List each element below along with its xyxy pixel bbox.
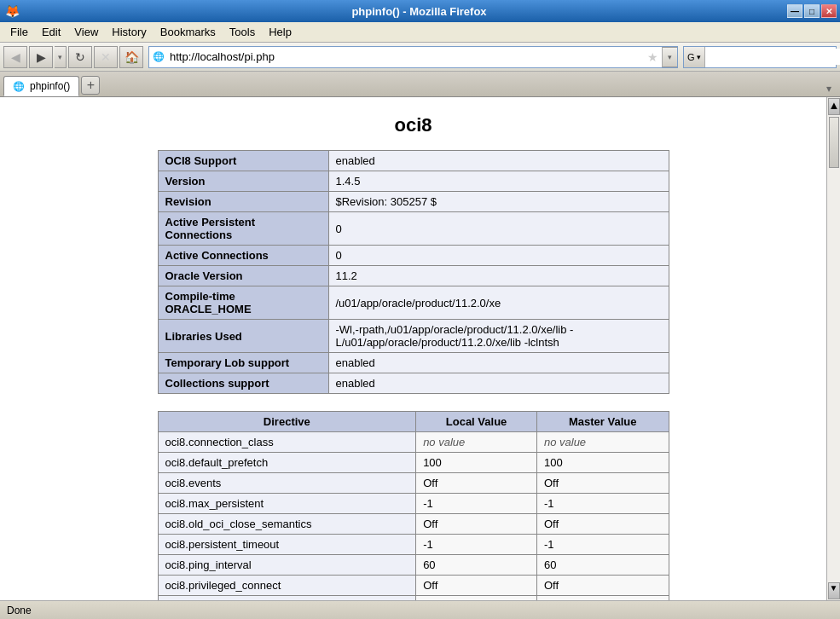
forward-button[interactable]: ▶ — [29, 46, 53, 68]
tab-bar: 🌐 phpinfo() + ▾ — [0, 72, 840, 97]
local-value-cell: Off — [416, 473, 537, 494]
menu-edit[interactable]: Edit — [35, 24, 67, 40]
local-value-cell: 100 — [416, 453, 537, 473]
directive-name-cell: oci8.ping_interval — [158, 555, 416, 576]
status-bar: Done — [0, 600, 840, 619]
local-value-cell: no value — [416, 432, 537, 453]
menu-bookmarks[interactable]: Bookmarks — [154, 24, 223, 40]
master-value-cell: Off — [536, 514, 669, 535]
directive-name-cell: oci8.old_oci_close_semantics — [158, 514, 416, 535]
master-value-cell: -1 — [536, 494, 669, 514]
master-value-cell: -1 — [536, 535, 669, 555]
directive-name-cell: oci8.privileged_connect — [158, 576, 416, 596]
scroll-thumb[interactable] — [829, 117, 839, 168]
bookmark-star-icon[interactable]: ★ — [644, 50, 662, 64]
info-value-cell: enabled — [328, 353, 669, 373]
scrollbar[interactable]: ▲ ▼ — [826, 97, 840, 600]
table-row: oci8.default_prefetch100100 — [158, 453, 669, 473]
master-value-cell: Off — [536, 473, 669, 494]
master-value-col-header: Master Value — [536, 412, 669, 432]
search-engine-arrow-icon: ▾ — [697, 53, 701, 61]
menu-bar: File Edit View History Bookmarks Tools H… — [0, 22, 840, 43]
minimize-button[interactable]: — — [787, 4, 802, 18]
info-value-cell: $Revision: 305257 $ — [328, 192, 669, 212]
menu-view[interactable]: View — [67, 24, 105, 40]
table-row: oci8.eventsOffOff — [158, 473, 669, 494]
info-table: OCI8 SupportenabledVersion1.4.5Revision$… — [158, 150, 669, 394]
info-value-cell: -Wl,-rpath,/u01/app/oracle/product/11.2.… — [328, 320, 669, 353]
new-tab-button[interactable]: + — [81, 76, 100, 95]
table-row: Active Persistent Connections0 — [158, 212, 669, 246]
table-row: oci8.statement_cache_size2020 — [158, 596, 669, 601]
master-value-cell: 60 — [536, 555, 669, 576]
menu-history[interactable]: History — [105, 24, 153, 40]
close-button[interactable]: ✕ — [821, 4, 837, 18]
table-row: OCI8 Supportenabled — [158, 151, 669, 171]
status-text: Done — [7, 605, 32, 616]
local-value-cell: 60 — [416, 555, 537, 576]
table-row: Oracle Version11.2 — [158, 266, 669, 286]
menu-tools[interactable]: Tools — [223, 24, 262, 40]
back-button[interactable]: ◀ — [3, 46, 27, 68]
local-value-col-header: Local Value — [416, 412, 537, 432]
table-row: oci8.old_oci_close_semanticsOffOff — [158, 514, 669, 535]
table-row: Collections supportenabled — [158, 373, 669, 394]
info-value-cell: 1.4.5 — [328, 171, 669, 192]
master-value-cell: 100 — [536, 453, 669, 473]
info-key-cell: Libraries Used — [158, 320, 328, 353]
history-dropdown[interactable]: ▾ — [55, 46, 67, 68]
address-bar-container: 🌐 ★ ▾ — [148, 46, 678, 68]
info-key-cell: Compile-time ORACLE_HOME — [158, 286, 328, 320]
directive-name-cell: oci8.default_prefetch — [158, 453, 416, 473]
reload-button[interactable]: ↻ — [68, 46, 92, 68]
table-row: oci8.persistent_timeout-1-1 — [158, 535, 669, 555]
tab-label: phpinfo() — [30, 80, 70, 92]
window-controls[interactable]: — □ ✕ — [787, 4, 840, 18]
search-input[interactable] — [705, 49, 840, 65]
table-row: Revision$Revision: 305257 $ — [158, 192, 669, 212]
local-value-cell: Off — [416, 576, 537, 596]
directive-name-cell: oci8.statement_cache_size — [158, 596, 416, 601]
directive-name-cell: oci8.persistent_timeout — [158, 535, 416, 555]
directive-name-cell: oci8.connection_class — [158, 432, 416, 453]
maximize-button[interactable]: □ — [804, 4, 820, 18]
directive-name-cell: oci8.max_persistent — [158, 494, 416, 514]
scroll-down-button[interactable]: ▼ — [828, 582, 840, 599]
info-value-cell: 11.2 — [328, 266, 669, 286]
master-value-cell: Off — [536, 576, 669, 596]
stop-button[interactable]: ✕ — [94, 46, 118, 68]
tab-icon: 🌐 — [13, 81, 25, 92]
tab-phpinfo[interactable]: 🌐 phpinfo() — [3, 76, 79, 96]
address-dropdown[interactable]: ▾ — [662, 47, 677, 67]
search-engine-button[interactable]: G ▾ — [684, 47, 705, 67]
table-row: Compile-time ORACLE_HOME/u01/app/oracle/… — [158, 286, 669, 320]
info-value-cell: enabled — [328, 373, 669, 394]
address-icon: 🌐 — [149, 51, 168, 62]
info-key-cell: Oracle Version — [158, 266, 328, 286]
master-value-cell: no value — [536, 432, 669, 453]
toolbar: ◀ ▶ ▾ ↻ ✕ 🏠 🌐 ★ ▾ G ▾ 🔍 — [0, 43, 840, 72]
info-key-cell: Revision — [158, 192, 328, 212]
info-key-cell: Collections support — [158, 373, 328, 394]
info-key-cell: OCI8 Support — [158, 151, 328, 171]
info-key-cell: Version — [158, 171, 328, 192]
table-row: oci8.privileged_connectOffOff — [158, 576, 669, 596]
info-value-cell: 0 — [328, 246, 669, 266]
info-value-cell: 0 — [328, 212, 669, 246]
home-button[interactable]: 🏠 — [119, 46, 143, 68]
scroll-up-button[interactable]: ▲ — [828, 98, 840, 115]
content-area: oci8 OCI8 SupportenabledVersion1.4.5Revi… — [0, 97, 840, 600]
menu-help[interactable]: Help — [262, 24, 298, 40]
local-value-cell: -1 — [416, 494, 537, 514]
table-row: Version1.4.5 — [158, 171, 669, 192]
tab-dropdown-icon[interactable]: ▾ — [821, 81, 837, 96]
menu-file[interactable]: File — [3, 24, 35, 40]
address-input[interactable] — [168, 49, 644, 65]
table-row: Libraries Used-Wl,-rpath,/u01/app/oracle… — [158, 320, 669, 353]
master-value-cell: 20 — [536, 596, 669, 601]
directive-name-cell: oci8.events — [158, 473, 416, 494]
page-content: oci8 OCI8 SupportenabledVersion1.4.5Revi… — [72, 114, 755, 600]
info-value-cell: /u01/app/oracle/product/11.2.0/xe — [328, 286, 669, 320]
info-value-cell: enabled — [328, 151, 669, 171]
directive-table: Directive Local Value Master Value oci8.… — [158, 411, 669, 600]
